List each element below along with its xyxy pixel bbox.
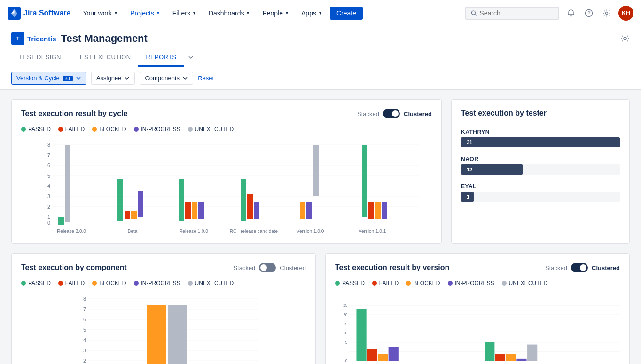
page-settings-button[interactable] (620, 34, 630, 43)
svg-rect-37 (241, 179, 246, 221)
svg-text:Release 2.0.0: Release 2.0.0 (57, 229, 86, 234)
svg-text:10: 10 (343, 331, 348, 335)
version-chart-header: Test execution result by version Stacked… (335, 263, 620, 272)
tester-name-naor: NAOR (461, 156, 620, 163)
svg-text:5: 5 (345, 340, 348, 345)
tester-bar-eyal: 1 (461, 192, 474, 202)
tester-row-eyal: EYAL 1 (461, 183, 620, 202)
version-cycle-filter[interactable]: Version & Cycle ±1 (11, 72, 86, 85)
nav-dashboards[interactable]: Dashboards ▾ (204, 8, 254, 19)
svg-rect-40 (300, 202, 305, 219)
nav-your-work[interactable]: Your work ▾ (78, 8, 122, 19)
nav-filters[interactable]: Filters ▾ (168, 8, 200, 19)
inprogress-dot (134, 127, 139, 132)
passed-dot (21, 127, 26, 132)
svg-rect-26 (58, 217, 64, 225)
help-button[interactable]: ? (583, 7, 595, 19)
filters-bar: Version & Cycle ±1 Assignee Components R… (0, 67, 641, 90)
chevron-down-icon: ▾ (193, 10, 195, 15)
charts-bottom-row: Test execution by component Stacked Clus… (11, 253, 630, 364)
tricentis-icon: T (14, 34, 22, 43)
svg-text:6: 6 (83, 317, 86, 322)
svg-rect-44 (368, 202, 374, 219)
svg-rect-33 (179, 179, 184, 221)
svg-rect-94 (367, 349, 377, 361)
version-stacked-clustered-toggle[interactable] (571, 263, 588, 272)
chevron-down-icon: ▾ (115, 10, 117, 15)
svg-rect-30 (125, 211, 130, 219)
inprogress-dot (134, 281, 139, 286)
project-logo[interactable]: T Tricentis (11, 32, 56, 45)
svg-text:?: ? (587, 11, 590, 16)
component-stacked-clustered-toggle[interactable] (259, 263, 276, 272)
components-filter[interactable]: Components (140, 72, 193, 85)
tester-row-naor: NAOR 12 (461, 156, 620, 175)
svg-rect-39 (254, 202, 259, 219)
svg-rect-78 (168, 305, 187, 364)
settings-nav-icon (602, 9, 611, 17)
nav-apps[interactable]: Apps ▾ (297, 8, 326, 19)
project-name: Tricentis (27, 35, 56, 43)
component-chart-title: Test execution by component (21, 263, 127, 272)
search-box[interactable] (465, 7, 559, 20)
svg-rect-77 (147, 305, 166, 364)
tab-test-design[interactable]: TEST DESIGN (11, 49, 69, 67)
chevron-down-icon: ▾ (286, 10, 288, 15)
failed-dot (58, 281, 63, 286)
chevron-down-icon: ▾ (247, 10, 249, 15)
version-chart-area: 25 20 15 10 5 0 (335, 294, 620, 364)
stacked-clustered-toggle[interactable] (383, 109, 400, 118)
svg-text:6: 6 (47, 163, 50, 168)
component-chart-area: 8 7 6 5 4 3 2 1 0 Test Case (21, 294, 306, 364)
svg-rect-101 (527, 345, 537, 361)
cycle-chart-area: 8 7 6 5 4 3 2 1 0 (21, 140, 432, 234)
tester-bar-wrap-kathryn: 31 (461, 137, 620, 147)
more-tabs-button[interactable] (184, 49, 198, 67)
cycle-chart-title: Test execution result by cycle (21, 109, 127, 118)
help-icon: ? (585, 9, 593, 17)
nav-logo[interactable]: Jira Software (8, 7, 70, 20)
svg-rect-27 (65, 145, 70, 222)
svg-text:5: 5 (83, 327, 86, 333)
tester-name-kathryn: KATHRYN (461, 129, 620, 135)
legend-unexecuted: UNEXECUTED (188, 126, 234, 132)
tab-test-execution[interactable]: TEST EXECUTION (69, 49, 139, 67)
svg-text:2: 2 (83, 358, 86, 364)
tester-chart-card: Test execution by tester KATHRYN 31 NAOR (451, 99, 630, 244)
version-chart-card: Test execution result by version Stacked… (325, 253, 630, 364)
svg-point-8 (624, 37, 626, 40)
components-label: Components (145, 75, 180, 82)
charts-top-row: Test execution result by cycle Stacked C… (11, 99, 630, 244)
settings-nav-button[interactable] (601, 7, 613, 19)
component-stacked-label: Stacked (233, 264, 255, 271)
svg-text:4: 4 (83, 337, 86, 343)
cycle-chart-header: Test execution result by cycle Stacked C… (21, 109, 432, 118)
search-input[interactable] (480, 9, 554, 17)
component-chart-legend: PASSED FAILED BLOCKED IN-PROGRESS UNEXEC… (21, 280, 306, 287)
component-chart-header: Test execution by component Stacked Clus… (21, 263, 306, 272)
project-icon: T (11, 32, 24, 45)
svg-rect-99 (506, 354, 516, 361)
user-avatar[interactable]: KH (618, 6, 633, 21)
reset-button[interactable]: Reset (198, 75, 214, 82)
assignee-filter[interactable]: Assignee (91, 72, 135, 85)
tester-name-eyal: EYAL (461, 183, 620, 190)
tester-chart-area: KATHRYN 31 NAOR 12 E (461, 125, 620, 214)
passed-dot (21, 281, 26, 286)
nav-projects[interactable]: Projects ▾ (125, 8, 164, 19)
stacked-label: Stacked (357, 110, 379, 117)
create-button[interactable]: Create (330, 7, 363, 20)
page-settings-icon (620, 34, 630, 43)
svg-text:Version 1.0.1: Version 1.0.1 (359, 229, 386, 234)
notifications-button[interactable] (565, 7, 577, 19)
chevron-down-icon: ▾ (157, 10, 159, 15)
version-chart-toggle: Stacked Clustered (545, 263, 620, 272)
version-cycle-label: Version & Cycle (16, 75, 60, 82)
tab-reports[interactable]: REPORTS (138, 49, 184, 67)
top-navigation: Jira Software Your work ▾ Projects ▾ Fil… (0, 0, 641, 26)
nav-people[interactable]: People ▾ (258, 8, 293, 19)
version-stacked-label: Stacked (545, 264, 567, 271)
component-chart-card: Test execution by component Stacked Clus… (11, 253, 316, 364)
svg-text:7: 7 (83, 306, 86, 312)
svg-text:5: 5 (47, 173, 50, 178)
